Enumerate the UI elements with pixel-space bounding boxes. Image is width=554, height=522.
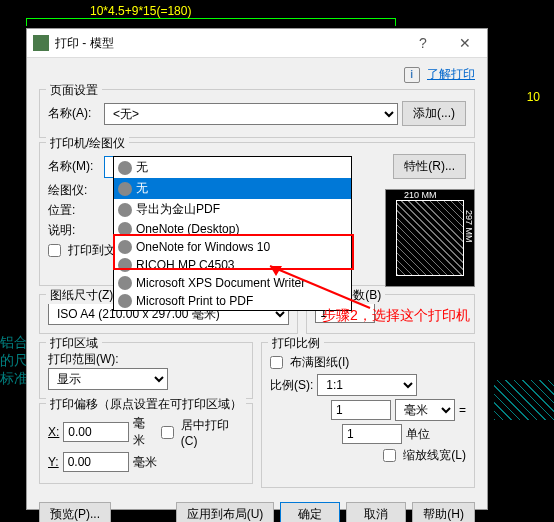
preview-button[interactable]: 预览(P)...: [39, 502, 111, 522]
group-title: 打印机/绘图仪: [46, 135, 129, 152]
scale-lw-label: 缩放线宽(L): [403, 447, 466, 464]
hatch-pattern: [494, 380, 554, 420]
help-link-row: i 了解打印: [39, 64, 475, 85]
paper-rect: [396, 200, 464, 276]
dd-item-none-sel[interactable]: 无: [114, 178, 351, 199]
paper-width-label: 210 MM: [404, 190, 437, 200]
center-checkbox[interactable]: [161, 426, 174, 439]
help-button[interactable]: ?: [403, 29, 443, 57]
x-label: X:: [48, 425, 59, 439]
unit-label: 单位: [406, 426, 466, 443]
bg-text: 标准: [0, 370, 28, 388]
plotter-label: 绘图仪:: [48, 182, 100, 199]
dd-item-ms-print-pdf[interactable]: Microsoft Print to PDF: [114, 292, 351, 310]
printer-icon: [118, 161, 132, 175]
printer-icon: [118, 240, 132, 254]
page-setup-group: 页面设置 名称(A): <无> 添加(...): [39, 89, 475, 138]
mm-label: 毫米: [133, 454, 157, 471]
name-a-select[interactable]: <无>: [104, 103, 398, 125]
mm-label: 毫米: [133, 415, 156, 449]
titlebar: 打印 - 模型 ? ✕: [27, 29, 487, 58]
dim-line: [26, 18, 396, 19]
dialog-title: 打印 - 模型: [55, 35, 403, 52]
scale-lw-checkbox[interactable]: [383, 449, 396, 462]
scale-group: 打印比例 布满图纸(I) 比例(S):1:1 毫米= 单位 缩放线宽(L): [261, 342, 475, 488]
dimension-text: 10*4.5+9*15(=180): [90, 4, 191, 18]
info-icon: i: [404, 67, 420, 83]
offset-group: 打印偏移（原点设置在可打印区域） X: 毫米 居中打印(C) Y: 毫米: [39, 403, 253, 484]
group-title: 打印偏移（原点设置在可打印区域）: [46, 396, 246, 413]
dd-item-none[interactable]: 无: [114, 157, 351, 178]
print-to-file-checkbox[interactable]: [48, 244, 61, 257]
add-button[interactable]: 添加(...): [402, 101, 466, 126]
printer-dropdown-list[interactable]: 无 无 导出为金山PDF OneNote (Desktop) OneNote f…: [113, 156, 352, 311]
ratio-label: 比例(S):: [270, 377, 313, 394]
y-input[interactable]: [63, 452, 129, 472]
unit-mm-select[interactable]: 毫米: [395, 399, 455, 421]
location-label: 位置:: [48, 202, 100, 219]
dim-tick: [395, 18, 396, 26]
printer-icon: [118, 258, 132, 272]
printer-icon: [118, 222, 132, 236]
dd-item-onenote-win10[interactable]: OneNote for Windows 10: [114, 238, 351, 256]
dd-item-kingsoft-pdf[interactable]: 导出为金山PDF: [114, 199, 351, 220]
desc-label: 说明:: [48, 222, 100, 239]
area-select[interactable]: 显示: [48, 368, 168, 390]
area-range-label: 打印范围(W):: [48, 351, 244, 368]
ok-button[interactable]: 确定: [280, 502, 340, 522]
printer-icon: [118, 203, 132, 217]
printer-icon: [118, 182, 132, 196]
dialog-buttons: 预览(P)... 应用到布局(U) 确定 取消 帮助(H): [27, 498, 487, 522]
paper-height-label: 297 MM: [464, 210, 474, 243]
equals-label: =: [459, 403, 466, 417]
ratio-select[interactable]: 1:1: [317, 374, 417, 396]
dim-text-r: 10: [527, 90, 540, 104]
group-title: 页面设置: [46, 82, 102, 99]
dd-item-xps[interactable]: Microsoft XPS Document Writer: [114, 274, 351, 292]
scale-den-input[interactable]: [342, 424, 402, 444]
print-to-file-label: 打印到文: [68, 242, 116, 259]
fit-label: 布满图纸(I): [290, 354, 349, 371]
center-label: 居中打印(C): [181, 417, 244, 448]
properties-button[interactable]: 特性(R)...: [393, 154, 466, 179]
group-title: 打印区域: [46, 335, 102, 352]
print-area-group: 打印区域 打印范围(W): 显示: [39, 342, 253, 399]
dim-tick: [26, 18, 27, 26]
printer-icon: [118, 276, 132, 290]
scale-num-input[interactable]: [331, 400, 391, 420]
annotation-text: 步骤2，选择这个打印机: [322, 307, 470, 325]
printer-icon: [118, 294, 132, 308]
app-icon: [33, 35, 49, 51]
bg-text: 的尺: [0, 352, 28, 370]
dd-item-ricoh[interactable]: RICOH MP C4503: [114, 256, 351, 274]
dd-item-onenote-desktop[interactable]: OneNote (Desktop): [114, 220, 351, 238]
learn-print-link[interactable]: 了解打印: [427, 67, 475, 81]
name-a-label: 名称(A):: [48, 105, 100, 122]
y-label: Y:: [48, 455, 59, 469]
group-title: 打印比例: [268, 335, 324, 352]
group-title: 图纸尺寸(Z): [46, 287, 117, 304]
close-button[interactable]: ✕: [443, 29, 487, 57]
fit-checkbox[interactable]: [270, 356, 283, 369]
apply-layout-button[interactable]: 应用到布局(U): [176, 502, 275, 522]
name-m-label: 名称(M):: [48, 158, 100, 175]
help-button[interactable]: 帮助(H): [412, 502, 475, 522]
cancel-button[interactable]: 取消: [346, 502, 406, 522]
paper-preview: 210 MM 297 MM: [385, 189, 475, 287]
x-input[interactable]: [63, 422, 129, 442]
